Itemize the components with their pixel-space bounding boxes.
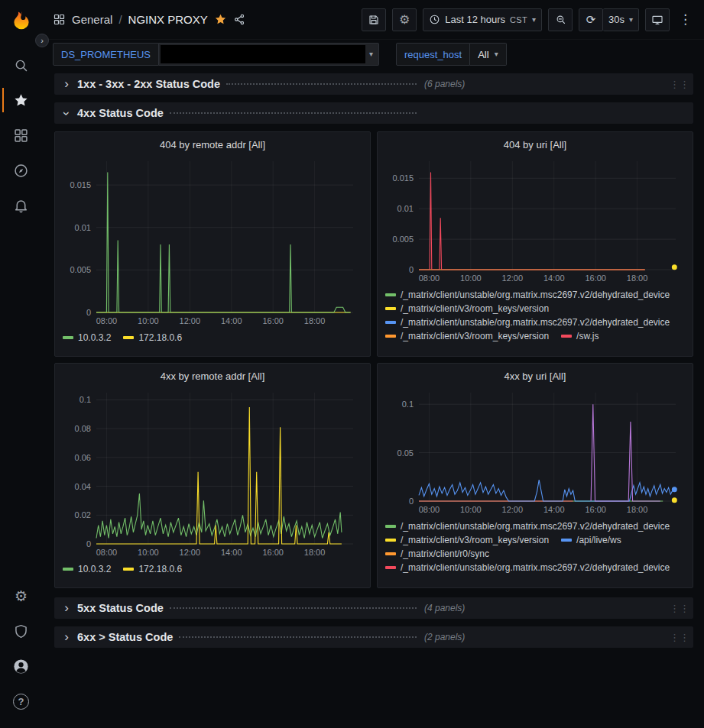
svg-text:08:00: 08:00 bbox=[419, 505, 440, 514]
legend-item[interactable]: /_matrix/client/r0/sync bbox=[385, 548, 489, 559]
row-4xx[interactable]: › 4xx Status Code bbox=[54, 102, 693, 124]
legend-item[interactable]: /_matrix/client/v3/room_keys/version bbox=[385, 331, 549, 341]
panel-grid: 404 by remote addr [All] 08:0010:0012:00… bbox=[54, 131, 693, 588]
panel-4xx-by-remote-addr: 4xx by remote addr [All] 08:0010:0012:00… bbox=[54, 363, 371, 588]
save-dashboard-button[interactable] bbox=[362, 8, 386, 31]
svg-text:18:00: 18:00 bbox=[304, 548, 326, 557]
svg-text:0.06: 0.06 bbox=[75, 453, 91, 462]
row-title: 1xx - 3xx - 2xx Status Code bbox=[77, 78, 220, 90]
svg-text:18:00: 18:00 bbox=[627, 273, 648, 283]
request-host-variable: request_host All ▾ bbox=[396, 43, 507, 66]
row-title: 6xx > Status Code bbox=[77, 631, 173, 643]
svg-text:16:00: 16:00 bbox=[262, 548, 284, 557]
timeseries-chart[interactable]: 08:0010:0012:0014:0016:0018:0000.0050.01… bbox=[63, 155, 362, 328]
admin-shield-icon[interactable] bbox=[2, 613, 41, 649]
kebab-menu-icon[interactable]: ⋮ bbox=[676, 11, 695, 28]
timeseries-chart[interactable]: 08:0010:0012:0014:0016:0018:0000.020.040… bbox=[63, 387, 362, 559]
zoom-out-time-button[interactable] bbox=[548, 8, 573, 31]
breadcrumb: General / NGINX PROXY bbox=[72, 13, 208, 26]
row-panel-count: (2 panels) bbox=[424, 632, 465, 642]
explore-compass-icon[interactable] bbox=[2, 153, 41, 188]
svg-text:12:00: 12:00 bbox=[502, 505, 524, 514]
svg-text:12:00: 12:00 bbox=[502, 273, 524, 283]
legend-item[interactable]: 10.0.3.2 bbox=[63, 564, 111, 574]
legend-item[interactable]: 172.18.0.6 bbox=[123, 564, 182, 574]
legend-item[interactable]: /_matrix/client/v3/room_keys/version bbox=[385, 535, 549, 545]
breadcrumb-folder[interactable]: General bbox=[72, 13, 112, 26]
alerting-bell-icon[interactable] bbox=[2, 188, 41, 223]
timeseries-chart[interactable]: 08:0010:0012:0014:0016:0018:0000.0050.01… bbox=[385, 155, 685, 285]
dashboard-settings-button[interactable]: ⚙ bbox=[392, 8, 417, 31]
panel-title[interactable]: 404 by uri [All] bbox=[385, 135, 685, 155]
row-6xx[interactable]: › 6xx > Status Code (2 panels) ⋮⋮ bbox=[54, 626, 693, 648]
svg-text:12:00: 12:00 bbox=[180, 316, 201, 325]
svg-text:14:00: 14:00 bbox=[543, 273, 565, 283]
legend-item[interactable]: /_matrix/client/unstable/org.matrix.msc2… bbox=[385, 317, 670, 328]
row-drag-handle[interactable]: ⋮⋮ bbox=[670, 632, 689, 643]
request-host-variable-select[interactable]: All ▾ bbox=[470, 43, 506, 66]
panel-title[interactable]: 4xx by remote addr [All] bbox=[63, 367, 362, 387]
avatar[interactable] bbox=[2, 649, 41, 684]
svg-text:0.005: 0.005 bbox=[70, 265, 91, 274]
svg-text:0.1: 0.1 bbox=[402, 400, 414, 409]
svg-text:14:00: 14:00 bbox=[221, 548, 242, 557]
dashboards-icon[interactable] bbox=[2, 118, 41, 153]
starred-dashboards-icon[interactable] bbox=[2, 83, 41, 118]
breadcrumb-dashboard-title[interactable]: NGINX PROXY bbox=[128, 13, 208, 26]
legend-item[interactable]: /_matrix/client/unstable/org.matrix.msc2… bbox=[385, 521, 670, 532]
svg-text:0.01: 0.01 bbox=[75, 223, 91, 232]
datasource-variable-select[interactable]: ▾ bbox=[159, 43, 379, 66]
svg-text:0.05: 0.05 bbox=[397, 448, 414, 458]
panel-legend: /_matrix/client/unstable/org.matrix.msc2… bbox=[385, 290, 685, 341]
svg-text:16:00: 16:00 bbox=[262, 316, 284, 325]
legend-item[interactable]: /api/live/ws bbox=[561, 535, 621, 545]
chart-svg: 08:0010:0012:0014:0016:0018:0000.0050.01… bbox=[385, 155, 685, 285]
refresh-interval-dropdown[interactable]: 30s ▾ bbox=[603, 8, 639, 31]
search-icon[interactable] bbox=[2, 47, 41, 83]
apps-grid-icon bbox=[53, 13, 66, 26]
svg-text:10:00: 10:00 bbox=[138, 548, 159, 557]
panel-4xx-by-uri: 4xx by uri [All] 08:0010:0012:0014:0016:… bbox=[377, 363, 693, 588]
svg-text:08:00: 08:00 bbox=[419, 273, 440, 283]
favorite-star-icon[interactable] bbox=[214, 13, 227, 26]
variables-bar: DS_PROMETHEUS ▾ request_host All ▾ bbox=[42, 40, 704, 69]
datasource-variable-label[interactable]: DS_PROMETHEUS bbox=[53, 43, 159, 66]
refresh-button[interactable]: ⟳ bbox=[579, 8, 603, 31]
row-1xx-3xx-2xx[interactable]: › 1xx - 3xx - 2xx Status Code (6 panels)… bbox=[54, 73, 693, 95]
request-host-variable-label[interactable]: request_host bbox=[396, 43, 470, 66]
legend-item[interactable]: /sw.js bbox=[561, 331, 599, 341]
row-drag-handle[interactable]: ⋮⋮ bbox=[670, 79, 689, 90]
legend-item[interactable]: 172.18.0.6 bbox=[123, 332, 182, 343]
svg-text:0.01: 0.01 bbox=[397, 204, 414, 213]
panel-title[interactable]: 404 by remote addr [All] bbox=[63, 135, 362, 155]
sidebar-expand-button[interactable]: › bbox=[35, 34, 49, 47]
timezone-label: CST bbox=[510, 15, 527, 24]
row-drag-handle[interactable]: ⋮⋮ bbox=[670, 603, 689, 614]
svg-text:08:00: 08:00 bbox=[96, 316, 118, 325]
panel-404-by-remote-addr: 404 by remote addr [All] 08:0010:0012:00… bbox=[54, 131, 371, 357]
refresh-interval-label: 30s bbox=[608, 14, 625, 25]
share-icon[interactable] bbox=[233, 13, 246, 26]
chevron-right-icon: › bbox=[60, 601, 73, 614]
help-icon[interactable]: ? bbox=[2, 684, 41, 719]
legend-item[interactable]: /_matrix/client/unstable/org.matrix.msc2… bbox=[385, 562, 670, 573]
chevron-down-icon: ▾ bbox=[495, 50, 498, 58]
grafana-logo-icon[interactable] bbox=[8, 8, 35, 35]
svg-text:14:00: 14:00 bbox=[221, 316, 242, 325]
cycle-view-mode-button[interactable] bbox=[645, 8, 670, 31]
panel-legend: /_matrix/client/unstable/org.matrix.msc2… bbox=[385, 521, 685, 573]
dotted-leader bbox=[226, 83, 417, 85]
legend-item[interactable]: /_matrix/client/v3/room_keys/version bbox=[385, 303, 549, 314]
legend-item[interactable]: 10.0.3.2 bbox=[63, 332, 111, 343]
dashboard-topbar: General / NGINX PROXY ⚙ Last 12 hours CS… bbox=[42, 0, 704, 40]
timeseries-chart[interactable]: 08:0010:0012:0014:0016:0018:0000.050.1 bbox=[385, 387, 685, 516]
request-host-value: All bbox=[478, 49, 488, 60]
row-5xx[interactable]: › 5xx Status Code (4 panels) ⋮⋮ bbox=[54, 597, 693, 619]
time-range-picker[interactable]: Last 12 hours CST ▾ bbox=[423, 8, 542, 31]
panel-title[interactable]: 4xx by uri [All] bbox=[385, 367, 685, 387]
datasource-variable: DS_PROMETHEUS ▾ bbox=[53, 43, 379, 66]
legend-item[interactable]: /_matrix/client/unstable/org.matrix.msc2… bbox=[385, 290, 670, 300]
svg-text:0: 0 bbox=[86, 308, 91, 317]
panel-legend: 10.0.3.2172.18.0.6 bbox=[63, 332, 362, 343]
server-admin-gear-icon[interactable]: ⚙ bbox=[2, 578, 41, 613]
